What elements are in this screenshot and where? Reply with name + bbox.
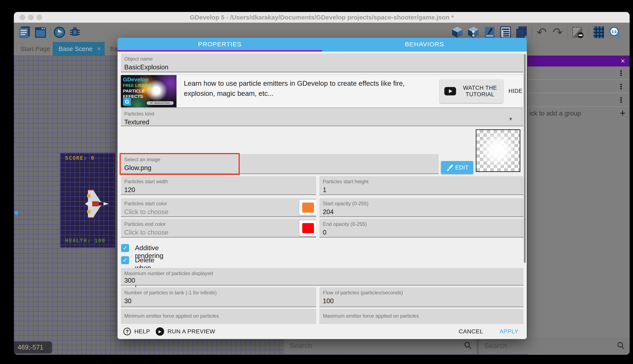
cancel-button[interactable]: CANCEL bbox=[459, 324, 483, 339]
zoom-1-1-icon[interactable]: 1:1 bbox=[609, 26, 621, 38]
objects-search-bar bbox=[284, 337, 477, 354]
thumb-text-particle: PARTICLE bbox=[123, 88, 145, 94]
start-opacity-label: Start opacity (0-255) bbox=[323, 201, 368, 206]
groups-search-input[interactable] bbox=[479, 337, 630, 354]
start-height-value: 1 bbox=[323, 186, 326, 194]
object-list-item[interactable]: ⋮ bbox=[528, 66, 630, 80]
start-height-field[interactable]: Particles start height 1 bbox=[320, 176, 523, 195]
min-force-label: Minimum emitter force applied on particl… bbox=[124, 313, 219, 319]
watch-tutorial-label: WATCH THE TUTORIAL bbox=[459, 80, 501, 103]
start-color-swatch bbox=[302, 202, 314, 212]
close-tab-icon[interactable]: × bbox=[97, 42, 101, 56]
particles-kind-value: Textured bbox=[124, 118, 149, 126]
add-object-icon[interactable] bbox=[451, 26, 463, 38]
toolbar-separator bbox=[588, 26, 589, 38]
object-properties-dialog: PROPERTIES BEHAVIORS Object name BasicEx… bbox=[118, 38, 527, 339]
apply-button[interactable]: APPLY bbox=[499, 324, 518, 339]
end-color-swatch-button[interactable] bbox=[299, 220, 316, 236]
tab-base-scene[interactable]: Base Scene × bbox=[53, 42, 105, 56]
toolbar-separator bbox=[567, 26, 568, 38]
min-force-field[interactable]: Minimum emitter force applied on particl… bbox=[121, 309, 316, 324]
objects-panel-selected-header[interactable]: × bbox=[528, 56, 630, 66]
tutorial-thumbnail[interactable]: GDevelop FREE LIBRARY PARTICLE EFFECTS G… bbox=[121, 75, 176, 107]
delete-when-out-checkbox[interactable]: ✓ bbox=[121, 256, 129, 264]
start-color-swatch-button[interactable] bbox=[299, 200, 316, 215]
toolbar-separator bbox=[531, 26, 532, 38]
max-particles-label: Maximum number of particles displayed bbox=[124, 270, 213, 276]
brush-icon bbox=[445, 164, 454, 172]
particles-kind-select[interactable]: Particles kind Textured ▼ bbox=[121, 108, 523, 126]
max-force-field[interactable]: Maximum emitter force applied on particl… bbox=[320, 309, 523, 324]
start-width-value: 120 bbox=[124, 186, 135, 194]
tank-label: Number of particles in tank (-1 for infi… bbox=[124, 290, 217, 296]
game-viewport[interactable]: SCORE: 0 HEALTH: 100 bbox=[60, 153, 115, 248]
annotation-highlight-box bbox=[120, 153, 240, 175]
end-opacity-label: End opacity (0-255) bbox=[323, 221, 367, 227]
title-bar: GDevelop 5 - /Users/dkarakay/Documents/G… bbox=[14, 12, 630, 23]
end-color-field[interactable]: Particles end color Click to choose bbox=[121, 219, 316, 238]
hide-banner-button[interactable]: HIDE bbox=[507, 83, 523, 99]
start-opacity-field[interactable]: Start opacity (0-255) 204 bbox=[320, 198, 523, 217]
events-list-icon[interactable] bbox=[499, 26, 512, 38]
start-color-placeholder: Click to choose bbox=[124, 208, 168, 216]
play-icon[interactable]: ▶ bbox=[156, 327, 164, 336]
object-list-item[interactable]: ⋮ bbox=[528, 80, 630, 93]
start-page-window-icon[interactable] bbox=[35, 26, 47, 38]
end-opacity-field[interactable]: End opacity (0-255) 0 bbox=[320, 219, 523, 238]
kebab-menu-icon[interactable]: ⋮ bbox=[617, 66, 624, 80]
particles-kind-label: Particles kind bbox=[124, 111, 154, 117]
tab-start-page[interactable]: Start Page bbox=[18, 42, 53, 56]
spaceship-sprite[interactable] bbox=[80, 189, 110, 218]
tab-partial[interactable]: Ba bbox=[110, 42, 118, 56]
flow-field[interactable]: Flow of particles (particles/seconds) 10… bbox=[320, 287, 523, 307]
grid-icon[interactable] bbox=[593, 26, 605, 38]
kebab-menu-icon[interactable]: ⋮ bbox=[617, 93, 624, 107]
help-button[interactable]: HELP bbox=[134, 324, 150, 339]
kebab-menu-icon[interactable]: ⋮ bbox=[617, 80, 624, 93]
add-group-row[interactable]: ick to add a group + bbox=[528, 107, 630, 120]
mask-icon[interactable] bbox=[572, 26, 584, 38]
end-opacity-value: 0 bbox=[323, 229, 326, 236]
resize-handle-dot[interactable] bbox=[14, 211, 19, 215]
plus-icon[interactable]: + bbox=[620, 107, 625, 119]
object-name-field[interactable]: Object name BasicExplosion bbox=[121, 54, 523, 72]
close-panel-icon[interactable]: × bbox=[621, 56, 625, 66]
cursor-coordinates-badge: 469;-571 bbox=[14, 341, 52, 354]
tab-properties[interactable]: PROPERTIES bbox=[118, 38, 322, 52]
instances-icon[interactable] bbox=[467, 26, 479, 38]
search-icon bbox=[617, 341, 625, 350]
tank-field[interactable]: Number of particles in tank (-1 for infi… bbox=[121, 287, 316, 307]
health-label: HEALTH: 100 bbox=[65, 238, 106, 244]
groups-search-bar bbox=[479, 337, 630, 354]
edit-scene-icon[interactable] bbox=[484, 26, 496, 38]
run-preview-button[interactable]: RUN A PREVIEW bbox=[167, 324, 215, 339]
redo-icon[interactable]: ↷ bbox=[552, 26, 564, 38]
play-preview-icon[interactable] bbox=[53, 26, 66, 38]
tutorial-banner: GDevelop FREE LIBRARY PARTICLE EFFECTS G… bbox=[121, 75, 523, 107]
score-label: SCORE: 0 bbox=[65, 155, 95, 161]
start-opacity-value: 204 bbox=[323, 208, 334, 216]
debug-icon[interactable] bbox=[69, 26, 81, 38]
start-color-field[interactable]: Particles start color Click to choose bbox=[121, 198, 316, 217]
object-name-value: BasicExplosion bbox=[124, 64, 168, 71]
tab-behaviors[interactable]: BEHAVIORS bbox=[322, 38, 527, 52]
active-tab-indicator bbox=[118, 50, 322, 52]
project-manager-icon[interactable] bbox=[19, 26, 31, 38]
objects-search-input[interactable] bbox=[284, 337, 477, 354]
additive-rendering-checkbox[interactable]: ✓ bbox=[121, 244, 129, 252]
layers-icon[interactable] bbox=[515, 26, 528, 38]
help-icon[interactable]: ? bbox=[123, 328, 131, 335]
object-name-label: Object name bbox=[124, 56, 153, 62]
start-height-label: Particles start height bbox=[323, 179, 368, 184]
watch-tutorial-button[interactable]: WATCH THE TUTORIAL bbox=[440, 80, 503, 103]
edit-image-button[interactable]: EDIT bbox=[441, 161, 473, 174]
max-particles-field[interactable]: Maximum number of particles displayed 30… bbox=[121, 268, 523, 286]
object-list-item[interactable]: ⋮ bbox=[528, 93, 630, 107]
youtube-play-icon bbox=[444, 87, 456, 96]
max-particles-value: 300 bbox=[124, 277, 135, 284]
gdevelop-logo: G bbox=[123, 98, 131, 106]
dialog-scrollbar[interactable] bbox=[524, 54, 526, 263]
undo-icon[interactable]: ↶ bbox=[536, 26, 548, 38]
start-width-field[interactable]: Particles start width 120 bbox=[121, 176, 316, 195]
window-title: GDevelop 5 - /Users/dkarakay/Documents/G… bbox=[14, 12, 630, 23]
